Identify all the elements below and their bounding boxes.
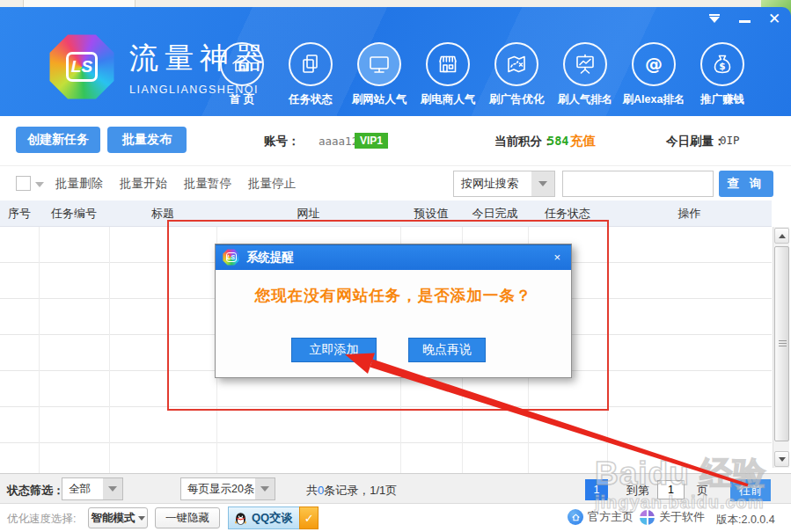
search-type-select[interactable]: 按网址搜索 [453, 171, 555, 197]
pinwheel-icon [640, 510, 655, 525]
column-header-5: 预设值 [400, 200, 462, 226]
speed-mode-button[interactable]: 智能模式 [88, 507, 148, 528]
search-button[interactable]: 查 询 [719, 171, 773, 197]
status-filter-select[interactable]: 全部 [62, 477, 123, 500]
later-button[interactable]: 晚点再说 [408, 338, 486, 362]
nav-item-7[interactable]: @ 刷Alexa排名 [619, 42, 688, 107]
map-route-icon [494, 42, 538, 86]
page-1-button[interactable]: 1 [585, 479, 608, 500]
version-text: 版本:2.0.0.4 [716, 513, 775, 528]
column-header-8: 操作 [607, 200, 772, 226]
dialog-titlebar[interactable]: LS 系统提醒 × [216, 244, 571, 270]
status-filter-value: 全部 [62, 482, 103, 497]
goto-page-input[interactable] [657, 480, 685, 499]
nav-item-2[interactable]: 任务状态 [276, 42, 345, 107]
account-line: 账号： aaaa123 VIP1 当前积分： 584 充值 今日刷量： 0IP [0, 116, 791, 165]
svg-text:$: $ [719, 61, 725, 71]
main-nav: 首 页 任务状态 刷网站人气 刷电商人气 刷广告优化 刷人气排名@ 刷Alexa… [208, 42, 757, 107]
nav-item-8[interactable]: $ 推广赚钱 [688, 42, 757, 107]
points-value: 584 [547, 134, 568, 148]
column-header-4: 网址 [216, 200, 400, 226]
about-software-link[interactable]: 关于软件 [640, 509, 705, 525]
dialog-message: 您现在没有网站任务，是否添加一条？ [216, 285, 571, 306]
scroll-up-icon[interactable] [774, 228, 789, 244]
batch-action-2[interactable]: 批量开始 [120, 176, 167, 192]
app-logo-icon: LS [48, 33, 115, 100]
select-all-checkbox[interactable] [16, 176, 31, 191]
store-icon [426, 42, 470, 86]
status-row: 状态筛选： 全部 每页显示20条 共0条记录，1/1页 1 到第 页 往前 [0, 473, 791, 503]
recharge-link[interactable]: 充值 [570, 133, 596, 149]
search-input[interactable] [562, 171, 714, 197]
nav-label: 刷人气排名 [558, 92, 613, 107]
qq-penguin-icon [233, 511, 248, 526]
today-volume-label: 今日刷量： [666, 134, 726, 149]
column-header-6: 今日完成 [462, 200, 528, 226]
batch-actions-row: 批量删除批量开始批量暂停批量停止 按网址搜索 查 询 [0, 165, 791, 200]
column-header-7: 任务状态 [528, 200, 607, 226]
today-volume-value: 0IP [720, 134, 740, 147]
at-icon: @ [632, 42, 676, 86]
official-homepage-link[interactable]: 官方主页 [568, 509, 634, 525]
collapse-window-icon[interactable] [707, 11, 722, 26]
app-header: ✕ LS 流量神器 LIANGLIANGSHENQI 首 页 任务状态 刷网站人… [0, 7, 791, 116]
add-now-button[interactable]: 立即添加 [291, 338, 377, 362]
nav-item-1[interactable]: 首 页 [208, 42, 276, 107]
toolbar: 创建新任务 批量发布 账号： aaaa123 VIP1 当前积分： 584 充值… [0, 116, 791, 165]
svg-text:@: @ [645, 54, 663, 75]
close-icon[interactable]: ✕ [766, 11, 782, 26]
batch-links: 批量删除批量开始批量暂停批量停止 [55, 166, 296, 201]
dialog-close-icon[interactable]: × [550, 251, 564, 264]
scroll-down-icon[interactable] [774, 451, 789, 467]
goto-page-button[interactable]: 往前 [730, 479, 771, 501]
records-summary: 共0条记录，1/1页 [306, 483, 397, 499]
goto-page-suffix: 页 [697, 483, 708, 499]
table-header: 序号任务编号标题网址预设值今日完成任务状态操作 [0, 200, 772, 227]
nav-item-4[interactable]: 刷电商人气 [414, 42, 482, 107]
dialog-title: 系统提醒 [246, 250, 550, 266]
search-type-value: 按网址搜索 [454, 176, 531, 192]
batch-action-4[interactable]: 批量停止 [248, 176, 296, 192]
account-label: 账号： [264, 134, 300, 149]
chevron-down-icon[interactable] [255, 478, 275, 499]
nav-label: 刷广告优化 [489, 92, 545, 107]
column-header-1: 序号 [0, 200, 39, 226]
scrollbar-thumb[interactable] [774, 246, 789, 441]
nav-label: 刷Alexa排名 [623, 92, 685, 107]
goto-page-prefix: 到第 [626, 483, 649, 499]
nav-item-5[interactable]: 刷广告优化 [482, 42, 551, 107]
column-divider [39, 227, 40, 473]
chevron-down-icon[interactable] [103, 478, 122, 499]
minimize-icon[interactable] [736, 11, 752, 26]
nav-label: 推广赚钱 [700, 92, 744, 107]
vip-badge: VIP1 [355, 133, 388, 149]
table-scrollbar[interactable] [773, 227, 789, 468]
column-header-3: 标题 [109, 200, 216, 226]
bottom-bar: 优化速度选择: 智能模式 一键隐藏 QQ交谈 ✓ 官方主页 [0, 503, 791, 532]
app-window: ✕ LS 流量神器 LIANGLIANGSHENQI 首 页 任务状态 刷网站人… [0, 0, 791, 532]
nav-label: 刷网站人气 [352, 92, 407, 107]
one-key-hide-button[interactable]: 一键隐藏 [155, 507, 220, 528]
batch-action-1[interactable]: 批量删除 [55, 176, 103, 192]
chart-board-icon [563, 42, 607, 86]
page-size-select[interactable]: 每页显示20条 [180, 477, 275, 500]
nav-label: 任务状态 [289, 92, 333, 107]
qq-chat-button[interactable]: QQ交谈 ✓ [228, 506, 319, 529]
background-desktop-strip [0, 0, 791, 7]
nav-label: 刷电商人气 [421, 92, 476, 107]
task-docs-icon [289, 42, 333, 86]
home-icon [220, 42, 264, 86]
nav-label: 首 页 [230, 92, 254, 107]
column-divider [109, 227, 110, 473]
window-controls: ✕ [707, 11, 782, 26]
nav-item-3[interactable]: 刷网站人气 [345, 42, 414, 107]
money-bag-icon: $ [700, 42, 744, 86]
chevron-down-icon[interactable] [531, 171, 554, 196]
system-dialog: LS 系统提醒 × 您现在没有网站任务，是否添加一条？ 立即添加 晚点再说 [215, 244, 572, 378]
batch-action-3[interactable]: 批量暂停 [184, 176, 231, 192]
column-header-2: 任务编号 [39, 200, 109, 226]
speed-select-label: 优化速度选择: [7, 512, 76, 527]
column-divider [607, 227, 608, 473]
nav-item-6[interactable]: 刷人气排名 [551, 42, 619, 107]
select-all-caret-icon[interactable] [35, 182, 44, 187]
